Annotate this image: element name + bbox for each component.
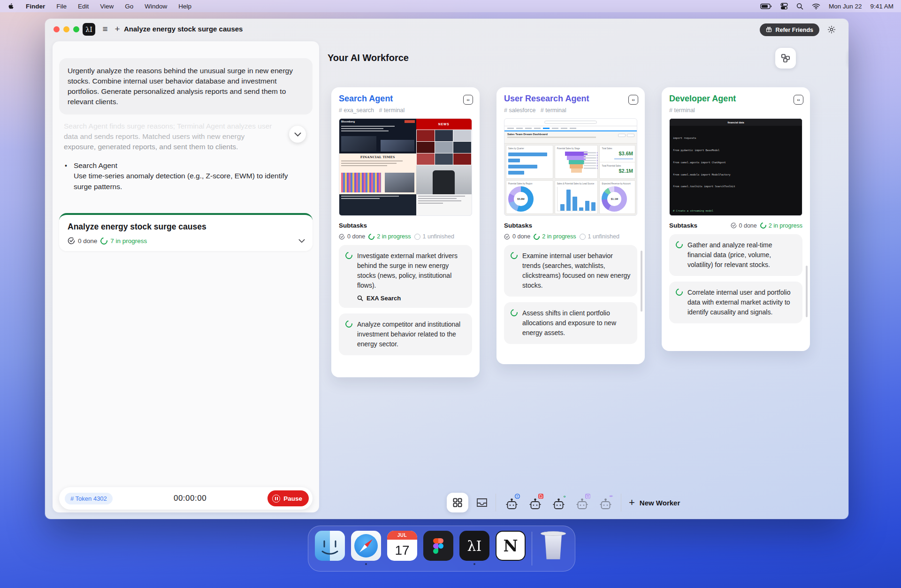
menu-item-finder[interactable]: Finder bbox=[26, 3, 45, 10]
chevron-down-icon[interactable] bbox=[298, 237, 305, 245]
scrollbar[interactable] bbox=[806, 266, 808, 317]
token-badge[interactable]: # Token 4302 bbox=[65, 493, 113, 504]
panel-title: Potential Sales by Stage bbox=[557, 147, 596, 150]
subtask-item[interactable]: Investigate external market drivers behi… bbox=[339, 245, 472, 308]
dock: JUL 17 λI N bbox=[308, 526, 575, 572]
refer-friends-button[interactable]: Refer Friends bbox=[760, 23, 819, 36]
agent-button-document[interactable] bbox=[527, 495, 543, 511]
done-count: 0 done bbox=[504, 233, 530, 240]
dock-notion-icon[interactable]: N bbox=[496, 531, 526, 565]
dock-figma-icon[interactable] bbox=[423, 531, 453, 565]
agent-name: User Research Agent bbox=[504, 94, 637, 104]
dock-calendar-icon[interactable]: JUL 17 bbox=[387, 531, 417, 565]
menu-time[interactable]: 9:41 AM bbox=[870, 3, 893, 10]
agent-card-user-research: User Research Agent ‹› # salesforce # te… bbox=[496, 87, 645, 364]
grid-view-button[interactable] bbox=[447, 493, 468, 512]
plus-icon: + bbox=[629, 497, 635, 508]
in-progress-count: 2 in progress bbox=[760, 222, 802, 229]
panel-title: Potential Sales by Region bbox=[508, 183, 551, 185]
new-worker-button[interactable]: + New Worker bbox=[629, 497, 680, 508]
ft-masthead: FINANCIAL TIMES bbox=[339, 153, 416, 159]
agent-name: Developer Agent bbox=[669, 94, 802, 104]
subtask-text: Investigate external market drivers behi… bbox=[357, 251, 466, 290]
subtask-text: Analyze competitor and institutional inv… bbox=[357, 320, 466, 349]
inbox-button[interactable] bbox=[476, 497, 488, 508]
subtask-text: Examine internal user behavior trends (s… bbox=[522, 251, 631, 290]
apple-menu-icon[interactable] bbox=[8, 2, 15, 10]
menu-item-file[interactable]: File bbox=[56, 3, 67, 10]
agent-preview-thumbnail[interactable]: financial data import requests from pyda… bbox=[669, 118, 802, 216]
subtask-item[interactable]: Analyze competitor and institutional inv… bbox=[339, 313, 472, 355]
menu-item-edit[interactable]: Edit bbox=[78, 3, 89, 10]
spinner-icon bbox=[99, 236, 109, 246]
calendar-month: JUL bbox=[387, 531, 417, 540]
settings-gear-icon[interactable] bbox=[825, 23, 838, 36]
pause-label: Pause bbox=[283, 495, 302, 502]
agent-note-body: Use time-series anomaly detection (e.g.,… bbox=[74, 172, 288, 190]
tool-chip: EXA Search bbox=[357, 295, 466, 302]
new-tab-button[interactable]: + bbox=[112, 23, 123, 35]
subtask-item[interactable]: Correlate internal user and portfolio da… bbox=[669, 282, 802, 323]
pause-button[interactable]: Pause bbox=[267, 490, 309, 506]
unfinished-count: 1 unfinished bbox=[580, 233, 619, 240]
tool-label: EXA Search bbox=[367, 295, 401, 302]
circle-icon bbox=[414, 234, 420, 240]
panel-title: Sales & Potential Sales by Lead Source bbox=[557, 183, 596, 185]
agent-button-image[interactable] bbox=[574, 495, 590, 511]
dock-finder-icon[interactable] bbox=[315, 531, 345, 565]
check-circle-icon bbox=[504, 234, 510, 240]
scrollbar[interactable] bbox=[641, 251, 642, 312]
check-circle-icon bbox=[731, 222, 737, 229]
kpi-label: Total Sales bbox=[602, 147, 633, 150]
agent-button-search[interactable] bbox=[504, 495, 519, 511]
task-progress-card[interactable]: Analyze energy stock surge causes 0 done… bbox=[59, 213, 313, 251]
subtask-text: Gather and analyze real-time financial d… bbox=[687, 240, 796, 270]
open-agent-icon[interactable]: ‹› bbox=[794, 95, 803, 105]
agent-preview-thumbnail[interactable]: Bloomberg FINANCIAL TIMES NEWS bbox=[339, 118, 472, 216]
menu-item-window[interactable]: Window bbox=[145, 3, 167, 10]
agent-button-pen[interactable]: ✒ bbox=[597, 495, 613, 511]
subtask-text: Correlate internal user and portfolio da… bbox=[687, 288, 796, 317]
open-agent-icon[interactable]: ‹› bbox=[628, 95, 638, 105]
minimize-button[interactable] bbox=[63, 26, 69, 32]
session-footer: # Token 4302 00:00:00 Pause bbox=[59, 487, 313, 510]
subtask-item[interactable]: Assess shifts in client portfolio alloca… bbox=[504, 302, 637, 344]
battery-icon[interactable] bbox=[760, 3, 772, 9]
kpi-value: $2.1M bbox=[602, 168, 633, 174]
expand-summary-button[interactable] bbox=[289, 126, 306, 143]
kpi-value: $3.6M bbox=[602, 151, 633, 156]
spinner-icon bbox=[509, 251, 519, 260]
close-button[interactable] bbox=[53, 26, 60, 32]
menu-item-view[interactable]: View bbox=[100, 3, 114, 10]
conversation-panel: Urgently analyze the reasons behind the … bbox=[53, 41, 319, 512]
wifi-icon[interactable] bbox=[812, 3, 820, 9]
summary-line: exposure, generated reports, and sent th… bbox=[64, 142, 289, 152]
menu-item-go[interactable]: Go bbox=[125, 3, 133, 10]
agent-preview-thumbnail[interactable]: Sales Team Dream Dashboard Sales by Quar… bbox=[504, 118, 637, 216]
subtask-text: Assess shifts in client portfolio alloca… bbox=[522, 308, 631, 338]
dock-safari-icon[interactable] bbox=[351, 531, 381, 565]
subtask-item[interactable]: Examine internal user behavior trends (s… bbox=[504, 245, 637, 297]
terminal-code: import requests from pydantic import Bas… bbox=[670, 126, 802, 216]
zoom-button[interactable] bbox=[73, 26, 79, 32]
dock-divider bbox=[532, 532, 532, 565]
in-progress-count: 7 in progress bbox=[100, 237, 147, 244]
menu-item-help[interactable]: Help bbox=[178, 3, 191, 10]
new-worker-label: New Worker bbox=[640, 499, 680, 507]
session-timer: 00:00:00 bbox=[113, 494, 267, 503]
panel-title: Expected Revenue by Account bbox=[602, 183, 633, 185]
open-agent-icon[interactable]: ‹› bbox=[463, 95, 473, 105]
control-center-icon[interactable] bbox=[780, 3, 788, 10]
summary-line: data and sends reports. Matched users wi… bbox=[64, 131, 289, 142]
gift-icon bbox=[766, 26, 772, 34]
dock-lambda-ai-icon[interactable]: λI bbox=[459, 531, 489, 565]
agent-card-developer: Developer Agent ‹› # terminal financial … bbox=[662, 87, 810, 351]
subtask-item[interactable]: Gather and analyze real-time financial d… bbox=[669, 234, 802, 276]
spotlight-search-icon[interactable] bbox=[796, 3, 803, 10]
dock-trash-icon[interactable] bbox=[538, 531, 568, 565]
agent-button-code[interactable]: ‹› bbox=[550, 495, 566, 511]
workflow-view-button[interactable] bbox=[775, 48, 796, 69]
menu-date[interactable]: Mon Jun 22 bbox=[829, 3, 862, 10]
file-badge-icon bbox=[538, 494, 543, 499]
hamburger-menu-icon[interactable]: ≡ bbox=[99, 23, 111, 35]
